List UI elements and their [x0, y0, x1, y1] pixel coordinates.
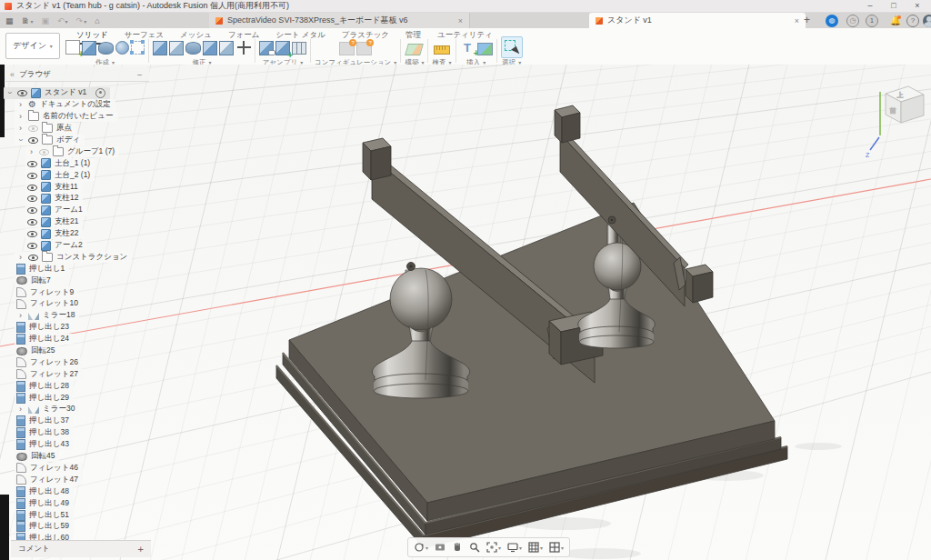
- notification-bell-icon[interactable]: 🔔: [889, 15, 902, 27]
- fillet-icon[interactable]: [185, 42, 201, 55]
- extensions-icon[interactable]: ◍: [826, 15, 838, 27]
- browser-row[interactable]: フィレット27: [0, 368, 132, 380]
- browser-row[interactable]: 押し出し37: [0, 415, 132, 427]
- expand-arrow-icon[interactable]: ›: [16, 136, 25, 145]
- browser-row[interactable]: 支柱12: [0, 193, 132, 205]
- add-comment-icon[interactable]: +: [138, 544, 144, 555]
- browser-row[interactable]: 押し出し24: [0, 334, 132, 345]
- redo-icon[interactable]: ↷▾: [76, 16, 87, 25]
- browser-row[interactable]: ›コンストラクション: [0, 251, 132, 263]
- browser-row[interactable]: 土台_2 (1): [0, 169, 132, 181]
- profile-badge-icon[interactable]: 1: [866, 15, 878, 27]
- zoom-icon[interactable]: [469, 542, 480, 553]
- browser-row[interactable]: 支柱21: [0, 216, 132, 228]
- browser-row[interactable]: ›グループ1 (7): [0, 145, 132, 157]
- minimize-button[interactable]: –: [858, 0, 882, 12]
- construction-plane-icon[interactable]: [405, 44, 425, 55]
- browser-row[interactable]: 押し出し28: [0, 380, 132, 392]
- extrude-icon[interactable]: [82, 41, 96, 55]
- browser-row[interactable]: 回転7: [0, 275, 132, 286]
- activate-component-radio[interactable]: [95, 88, 105, 98]
- browser-row[interactable]: ›ミラー18: [0, 310, 132, 322]
- app-grid-icon[interactable]: ▦: [5, 16, 14, 25]
- browser-row[interactable]: ›ミラー30: [0, 404, 132, 415]
- browser-row[interactable]: ›名前の付いたビュー: [0, 111, 132, 123]
- configuration-table-icon[interactable]: [356, 42, 372, 55]
- help-icon[interactable]: ?: [906, 15, 919, 27]
- rigid-group-icon[interactable]: [292, 42, 306, 55]
- browser-row[interactable]: 支柱11: [0, 181, 132, 193]
- visibility-eye-icon[interactable]: [27, 183, 37, 192]
- visibility-eye-icon[interactable]: [27, 217, 37, 226]
- browser-row[interactable]: 押し出し38: [0, 427, 132, 439]
- browser-row[interactable]: 押し出し51: [0, 509, 132, 521]
- visibility-eye-icon[interactable]: [27, 229, 37, 238]
- tab-close-icon[interactable]: ×: [458, 16, 463, 25]
- shell-icon[interactable]: [169, 41, 184, 55]
- visibility-eye-icon[interactable]: [27, 205, 37, 215]
- job-status-icon[interactable]: ◷: [846, 15, 859, 27]
- workspace-switcher-design[interactable]: デザイン ▾: [5, 33, 60, 59]
- expand-arrow-icon[interactable]: ›: [16, 405, 25, 414]
- offset-face-icon[interactable]: [219, 41, 234, 55]
- visibility-eye-icon[interactable]: [27, 194, 37, 203]
- select-tool-icon[interactable]: [501, 36, 523, 58]
- browser-row[interactable]: アーム1: [0, 205, 132, 216]
- browser-row[interactable]: 押し出し43: [0, 439, 132, 451]
- browser-row[interactable]: フィレット47: [0, 474, 132, 485]
- expand-arrow-icon[interactable]: ›: [16, 124, 25, 133]
- browser-row[interactable]: 支柱22: [0, 228, 132, 240]
- browser-row[interactable]: 押し出し29: [0, 392, 132, 404]
- fit-icon[interactable]: ▾: [486, 542, 501, 553]
- save-icon[interactable]: ▣: [42, 16, 50, 25]
- revolve-icon[interactable]: [98, 42, 114, 55]
- visibility-eye-icon[interactable]: [28, 124, 38, 133]
- viewports-icon[interactable]: ▾: [549, 542, 564, 553]
- joint-icon[interactable]: [275, 41, 290, 55]
- browser-row[interactable]: 押し出し23: [0, 322, 132, 334]
- browser-row[interactable]: 押し出し49: [0, 497, 132, 509]
- visibility-eye-icon[interactable]: [39, 147, 49, 156]
- measure-icon[interactable]: [434, 45, 450, 55]
- browser-row[interactable]: ›原点: [0, 123, 132, 135]
- sweep-icon[interactable]: [115, 41, 129, 55]
- model-base-body[interactable]: [276, 203, 787, 548]
- document-tab-inactive[interactable]: SpectraVideo SVI-738XPress_キーボード基板 v6 ×: [209, 13, 470, 28]
- visibility-eye-icon[interactable]: [28, 253, 38, 262]
- create-sketch-icon[interactable]: [65, 40, 80, 55]
- maximize-button[interactable]: □: [882, 0, 906, 12]
- browser-row[interactable]: 押し出し1: [0, 263, 132, 275]
- new-component-icon[interactable]: [259, 41, 274, 55]
- configuration-icon[interactable]: [339, 42, 355, 55]
- undo-icon[interactable]: ↶▾: [57, 16, 68, 25]
- move-copy-icon[interactable]: [235, 40, 251, 55]
- look-at-icon[interactable]: [435, 542, 445, 553]
- browser-row[interactable]: 押し出し59: [0, 521, 132, 533]
- pan-icon[interactable]: [452, 542, 463, 553]
- browser-row[interactable]: ›ボディ: [0, 135, 132, 146]
- browser-row[interactable]: 土台_1 (1): [0, 157, 132, 169]
- browser-row[interactable]: 回転25: [0, 345, 132, 357]
- expand-arrow-icon[interactable]: ›: [5, 89, 15, 97]
- display-settings-icon[interactable]: ▾: [507, 542, 522, 553]
- close-button[interactable]: ×: [906, 0, 929, 12]
- expand-arrow-icon[interactable]: ›: [16, 311, 25, 320]
- browser-row[interactable]: ›⚙ドキュメントの設定: [0, 99, 132, 111]
- visibility-eye-icon[interactable]: [27, 159, 37, 168]
- avatar[interactable]: [923, 15, 931, 27]
- browser-row[interactable]: 回転45: [0, 451, 132, 463]
- primitive-icon[interactable]: [131, 41, 145, 55]
- decal-icon[interactable]: T: [460, 40, 476, 55]
- visibility-eye-icon[interactable]: [17, 88, 27, 97]
- browser-row[interactable]: フィレット46: [0, 463, 132, 475]
- new-tab-button[interactable]: +: [804, 14, 810, 26]
- visibility-eye-icon[interactable]: [27, 171, 37, 180]
- browser-row[interactable]: フィレット10: [0, 298, 132, 310]
- press-pull-icon[interactable]: [153, 41, 167, 55]
- tab-close-icon[interactable]: ×: [795, 16, 799, 25]
- expand-arrow-icon[interactable]: ›: [27, 147, 35, 156]
- file-icon[interactable]: 🗎▾: [22, 16, 34, 25]
- browser-row[interactable]: ›スタンド v1: [0, 87, 132, 99]
- browser-header[interactable]: « ブラウザ –: [5, 67, 149, 82]
- browser-row[interactable]: アーム2: [0, 240, 132, 252]
